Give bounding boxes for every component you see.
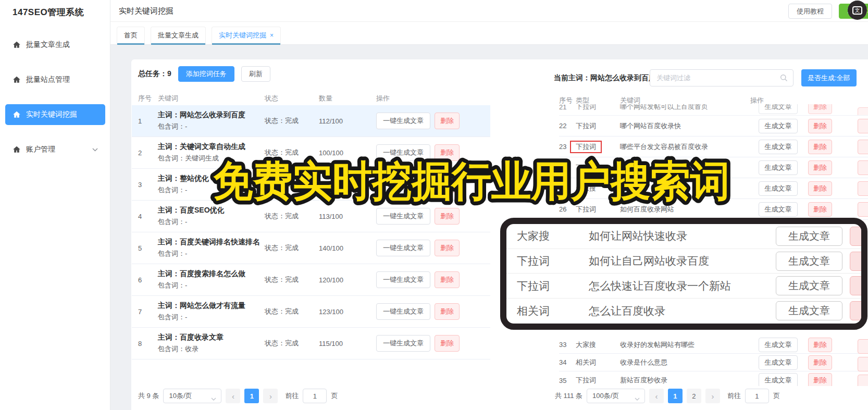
keyword-type: 下拉词	[576, 163, 620, 172]
generate-all-button[interactable]: 是否生成:全部	[801, 69, 857, 86]
sidebar-item[interactable]: 实时关键词挖掘	[5, 104, 105, 125]
generate-article-button[interactable]: 生成文章	[776, 301, 842, 320]
goto-page-input[interactable]	[303, 389, 327, 403]
generate-article-button[interactable]: 一键生成文章	[376, 144, 430, 161]
generate-article-button[interactable]: 一键生成文章	[376, 113, 430, 129]
task-contain-word: 包含词：-	[158, 312, 265, 323]
delete-button[interactable]: 删除	[435, 271, 460, 288]
generate-article-button[interactable]: 生成文章	[776, 276, 842, 295]
next-page-button[interactable]: ›	[705, 389, 720, 403]
delete-button[interactable]: 删除	[435, 303, 460, 320]
keywords-table-bottom: 33大家搜收录好的发帖网站有哪些生成文章删除34相关词收录是什么意思生成文章删除…	[559, 336, 868, 386]
delete-button[interactable]: 删除	[808, 338, 832, 352]
column-header: 操作	[376, 94, 490, 103]
generate-article-button[interactable]: 生成文章	[776, 252, 842, 271]
tab-close-icon[interactable]: ×	[270, 32, 274, 39]
row-actions: 生成文章删除	[750, 373, 868, 386]
magnified-row: 下拉词怎么快速让百度收录一个新站生成文章	[506, 274, 861, 299]
generate-article-button[interactable]: 生成文章	[759, 338, 798, 352]
keyword-type: 大家搜	[517, 229, 589, 243]
goto-page-input[interactable]	[745, 389, 769, 403]
generate-article-button[interactable]: 一键生成文章	[376, 176, 430, 193]
generate-article-button[interactable]: 一键生成文章	[376, 240, 430, 256]
row-grid: 22下拉词哪个网站百度收录快生成文章删除	[559, 116, 868, 136]
clipped-delete-button	[850, 227, 867, 246]
page-number-button[interactable]: 1	[668, 389, 683, 403]
generate-article-button[interactable]: 一键生成文章	[376, 303, 430, 320]
delete-button[interactable]: 删除	[435, 240, 460, 256]
page-size-select[interactable]: 10条/页	[163, 389, 221, 403]
table-row: 6主词：百度搜索排名怎么做包含词：-状态：完成120/100一键生成文章删除	[132, 264, 490, 296]
clipped-action-button	[858, 181, 868, 196]
refresh-button[interactable]: 刷新	[241, 66, 270, 82]
delete-button[interactable]: 删除	[808, 181, 832, 196]
generate-article-button[interactable]: 生成文章	[759, 373, 798, 386]
generate-article-button[interactable]: 生成文章	[759, 181, 798, 196]
row-actions: 生成文章删除	[750, 119, 868, 133]
delete-button[interactable]: 删除	[435, 113, 460, 129]
generate-article-button[interactable]: 生成文章	[759, 119, 798, 133]
generate-article-button[interactable]: 一键生成文章	[376, 271, 430, 288]
table-row: 2主词：关键词文章自动生成包含词：关键词生成状态：完成100/100一键生成文章…	[132, 137, 490, 169]
page-size-select[interactable]: 100条/页	[587, 389, 645, 403]
tasks-table-header: 序号关键词状态数量操作	[132, 92, 490, 105]
table-row: 7主词：网站怎么做才有流量包含词：-状态：完成123/100一键生成文章删除	[132, 296, 490, 328]
delete-button[interactable]: 删除	[808, 160, 832, 175]
sidebar-item[interactable]: 账户管理	[5, 139, 105, 160]
page-number-button[interactable]: 1	[244, 389, 259, 403]
delete-button[interactable]: 删除	[435, 176, 460, 193]
home-icon	[13, 110, 21, 119]
delete-button[interactable]: 删除	[808, 140, 832, 154]
keyword-type: 下拉词	[517, 254, 589, 268]
generate-article-button[interactable]: 生成文章	[776, 227, 842, 246]
delete-button[interactable]: 删除	[808, 355, 832, 370]
delete-button[interactable]: 删除	[808, 104, 832, 114]
generate-article-button[interactable]: 生成文章	[759, 104, 798, 114]
sidebar-item[interactable]: 批量站点管理	[5, 69, 105, 90]
delete-button[interactable]: 删除	[808, 373, 832, 386]
generate-article-button[interactable]: 生成文章	[759, 160, 798, 175]
delete-button[interactable]: 删除	[808, 119, 832, 133]
page-size-value: 10条/页	[169, 391, 192, 401]
delete-button[interactable]: 删除	[435, 208, 460, 225]
row-actions: 一键生成文章删除	[376, 144, 490, 161]
tutorial-button[interactable]: 使用教程	[788, 4, 832, 19]
row-grid: 35下拉词新站百度秒收录生成文章删除	[559, 371, 868, 386]
clipped-delete-button	[850, 301, 867, 320]
page-number-button[interactable]: 2	[687, 389, 701, 403]
table-row: 24下拉词生成文章删除	[559, 157, 868, 178]
total-tasks-label: 总任务：9	[138, 69, 171, 79]
prev-page-button[interactable]: ‹	[649, 389, 664, 403]
add-task-button[interactable]: 添加挖词任务	[178, 66, 234, 82]
task-count: 115/100	[319, 340, 376, 347]
tab[interactable]: 首页	[117, 27, 145, 44]
generate-article-button[interactable]: 生成文章	[759, 355, 798, 370]
row-actions: 一键生成文章删除	[376, 335, 490, 352]
task-status: 状态：完成	[265, 243, 319, 253]
generate-article-button[interactable]: 一键生成文章	[376, 208, 430, 225]
table-row: 34相关词收录是什么意思生成文章删除	[559, 354, 868, 371]
floating-subtitle-icon[interactable]: 文	[848, 1, 867, 20]
home-icon	[13, 41, 21, 49]
generate-article-button[interactable]: 一键生成文章	[376, 335, 430, 352]
task-keyword-cell: 主词：整站优化包含词：-	[158, 173, 265, 196]
clipped-action-button	[858, 119, 868, 133]
next-page-button[interactable]: ›	[263, 389, 278, 403]
page-size-value: 100条/页	[592, 391, 619, 401]
table-row: 22下拉词哪个网站百度收录快生成文章删除	[559, 116, 868, 136]
delete-button[interactable]: 删除	[435, 335, 460, 352]
keyword-filter-input[interactable]	[650, 70, 793, 86]
tab[interactable]: 批量文章生成	[151, 27, 206, 44]
row-index: 6	[138, 276, 158, 284]
generate-article-button[interactable]: 生成文章	[759, 202, 798, 217]
generate-article-button[interactable]: 生成文章	[759, 140, 798, 154]
prev-page-button[interactable]: ‹	[226, 389, 240, 403]
row-index: 33	[559, 341, 576, 349]
tab[interactable]: 实时关键词挖掘×	[212, 27, 281, 44]
tab-label: 首页	[124, 31, 138, 39]
delete-button[interactable]: 删除	[808, 202, 832, 217]
column-header: 关键词	[158, 94, 265, 103]
sidebar-item[interactable]: 批量文章生成	[5, 34, 105, 55]
delete-button[interactable]: 删除	[435, 144, 460, 161]
home-icon	[13, 76, 21, 84]
